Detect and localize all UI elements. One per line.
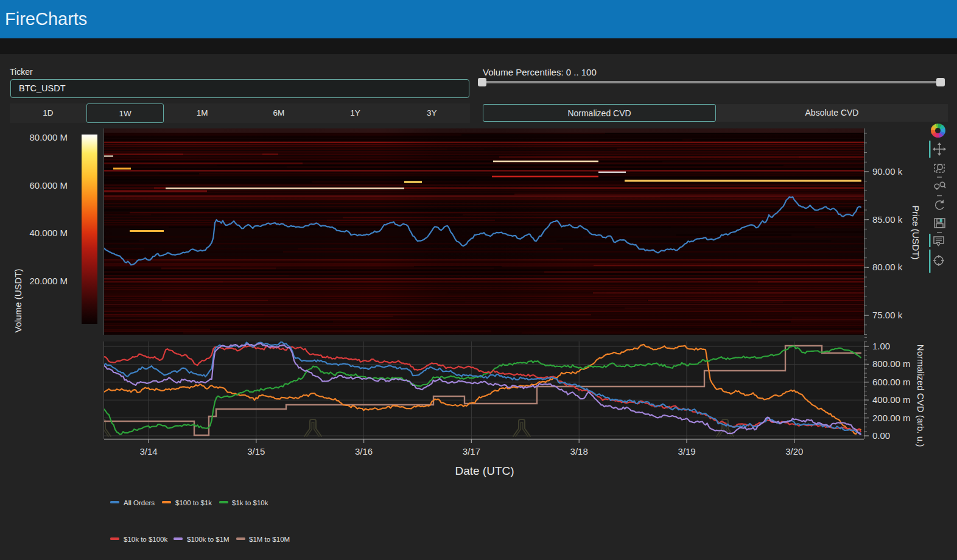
svg-text:60.000 M: 60.000 M — [29, 180, 68, 191]
svg-text:3/16: 3/16 — [355, 446, 373, 457]
svg-text:$100k to $1M: $100k to $1M — [187, 536, 230, 543]
svg-text:Normalized CVD (arb. u.): Normalized CVD (arb. u.) — [916, 345, 926, 447]
svg-text:All Orders: All Orders — [124, 499, 155, 506]
svg-text:3/14: 3/14 — [139, 446, 157, 457]
svg-text:$100 to $1k: $100 to $1k — [175, 499, 212, 506]
svg-text:3/17: 3/17 — [463, 446, 480, 457]
svg-text:Date (UTC): Date (UTC) — [455, 464, 514, 477]
svg-text:1.00: 1.00 — [872, 341, 890, 351]
svg-text:$1M to $10M: $1M to $10M — [249, 536, 290, 543]
svg-text:$10k to $100k: $10k to $100k — [124, 536, 168, 543]
svg-text:0.00: 0.00 — [872, 430, 890, 441]
svg-text:3/15: 3/15 — [247, 446, 265, 457]
svg-text:$1k to $10k: $1k to $10k — [232, 499, 268, 506]
svg-text:3/18: 3/18 — [570, 446, 588, 457]
svg-text:85.00 k: 85.00 k — [872, 214, 903, 225]
svg-text:20.000 M: 20.000 M — [29, 276, 68, 286]
svg-text:80.000 M: 80.000 M — [29, 132, 68, 142]
svg-text:3/20: 3/20 — [785, 446, 803, 457]
svg-text:3/19: 3/19 — [678, 446, 695, 457]
svg-text:800.00 m: 800.00 m — [872, 359, 911, 369]
svg-text:75.00 k: 75.00 k — [872, 310, 903, 320]
svg-text:Price (USDT): Price (USDT) — [911, 205, 921, 259]
svg-text:80.00 k: 80.00 k — [872, 262, 903, 272]
svg-text:200.00 m: 200.00 m — [872, 413, 911, 423]
svg-text:40.000 M: 40.000 M — [29, 228, 68, 238]
svg-text:90.00 k: 90.00 k — [872, 166, 903, 177]
svg-text:Volume (USDT): Volume (USDT) — [13, 268, 23, 332]
svg-text:400.00 m: 400.00 m — [872, 394, 911, 405]
svg-text:600.00 m: 600.00 m — [872, 377, 911, 387]
